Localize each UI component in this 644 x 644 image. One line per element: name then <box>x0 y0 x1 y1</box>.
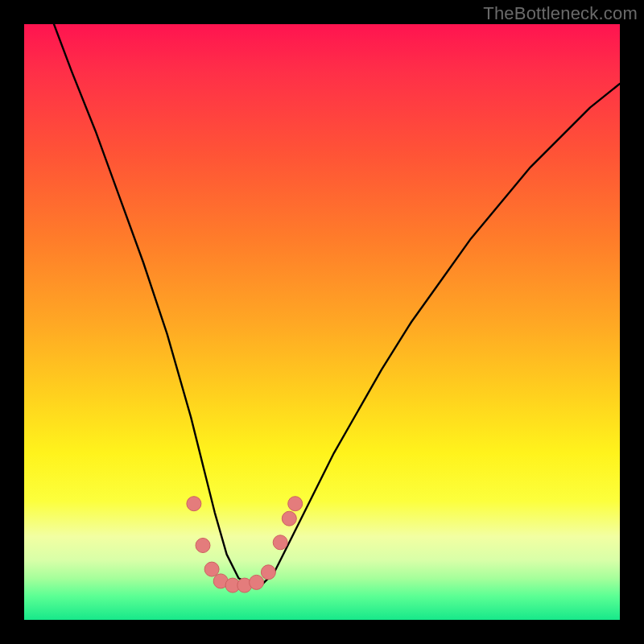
highlight-dot <box>282 511 296 526</box>
highlight-dot <box>196 539 210 553</box>
highlight-dot <box>204 562 219 576</box>
highlight-dot <box>250 575 264 589</box>
bottleneck-curve-path <box>54 24 620 584</box>
chart-frame: TheBottleneck.com <box>0 0 644 644</box>
attribution-label: TheBottleneck.com <box>483 3 638 24</box>
curve-layer <box>24 24 620 620</box>
highlight-dot <box>273 535 287 550</box>
highlight-dot <box>288 497 303 511</box>
plot-area <box>24 24 620 620</box>
highlight-dot <box>187 497 201 511</box>
highlight-dot <box>261 565 275 580</box>
marker-group <box>187 497 303 592</box>
